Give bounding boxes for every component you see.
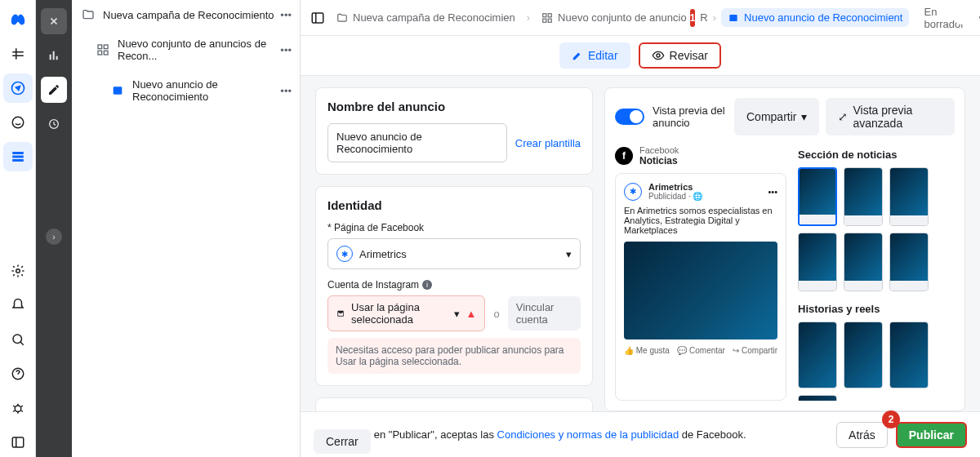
section-title: Nombre del anuncio (327, 100, 581, 113)
fb-page-select[interactable]: ✱Arimetrics ▾ (327, 238, 581, 269)
svg-rect-14 (104, 51, 108, 55)
nav-panel[interactable] (3, 428, 33, 457)
svg-rect-4 (12, 159, 24, 162)
placement-thumb[interactable] (844, 233, 883, 291)
nav-compass[interactable] (3, 73, 33, 103)
tree-row-adset[interactable]: Nuevo conjunto de anuncios de Recon... •… (72, 29, 300, 70)
warning-icon: ▲ (466, 308, 477, 320)
brand-icon: ✱ (336, 246, 353, 262)
preview-toggle[interactable] (615, 109, 644, 125)
svg-rect-11 (98, 45, 102, 49)
svg-rect-16 (312, 13, 323, 23)
svg-rect-20 (548, 19, 551, 22)
svg-rect-12 (104, 45, 108, 49)
section-stories-title: Historias y reels (798, 303, 955, 315)
section-title: Identidad (327, 198, 581, 212)
section-feed-title: Sección de noticias (798, 149, 955, 161)
tree-label: Nuevo conjunto de anuncios de Recon... (118, 38, 292, 62)
back-button[interactable]: Atrás (836, 422, 888, 448)
or-label: o (493, 308, 499, 320)
svg-rect-9 (12, 437, 24, 447)
nav-audiences[interactable] (3, 108, 33, 137)
nav-table[interactable] (3, 142, 33, 171)
nav-bug[interactable] (3, 393, 33, 423)
callout-marker-2: 2 (882, 410, 900, 428)
svg-rect-13 (98, 51, 102, 55)
svg-point-6 (13, 335, 22, 344)
identity-card: Identidad * Página de Facebook ✱Arimetri… (315, 186, 593, 386)
close-button[interactable]: Cerrar (314, 429, 371, 454)
like-action[interactable]: 👍 Me gusta (624, 346, 670, 355)
svg-rect-18 (548, 13, 551, 16)
row-menu-icon[interactable]: ••• (280, 85, 292, 97)
revise-button[interactable]: Revisar (639, 42, 721, 69)
ig-link-account-button[interactable]: Vincular cuenta (508, 296, 581, 331)
row-menu-icon[interactable]: ••• (280, 44, 292, 56)
ad-preview-feed: ✱ Arimetrics Publicidad · 🌐 ••• En Arime… (615, 173, 786, 401)
nav-help[interactable] (3, 359, 33, 388)
share-button[interactable]: Compartir ▾ (734, 98, 819, 135)
crumb-campaign[interactable]: Nueva campaña de Reconocimien (330, 8, 522, 27)
edit-button[interactable]: Editar (559, 42, 630, 69)
svg-point-1 (12, 117, 24, 128)
meta-logo[interactable] (3, 5, 33, 34)
placement-sections: Sección de noticias Historias y reels (798, 145, 955, 401)
crumb-adset[interactable]: Nuevo conjunto de anuncio (535, 8, 693, 27)
adset-icon (96, 43, 109, 56)
nav-search[interactable] (3, 325, 33, 354)
placement-thumb[interactable] (889, 233, 929, 291)
placement-thumb[interactable] (798, 395, 837, 401)
edit-toolbar: Editar Revisar (301, 36, 980, 76)
panel-toggle-icon[interactable] (310, 11, 325, 25)
chevron-right-icon: › (527, 11, 530, 24)
ad-config-card: Configuración del anuncio Crear anuncio … (315, 397, 593, 411)
tree-row-ad[interactable]: Nuevo anuncio de Reconocimiento ••• (72, 70, 300, 111)
tree-row-campaign[interactable]: Nueva campaña de Reconocimiento ••• (72, 0, 300, 29)
close-editor-tab[interactable] (41, 8, 67, 34)
workspace: Nombre del anuncio Nuevo anuncio de Reco… (301, 76, 980, 411)
nav-overview[interactable] (3, 39, 33, 69)
main-column: Nueva campaña de Reconocimien › Nuevo co… (301, 0, 980, 457)
ig-warning-note: Necesitas acceso para poder publicar anu… (327, 338, 581, 374)
ad-name-input[interactable]: Nuevo anuncio de Reconocimiento (327, 123, 507, 162)
placement-thumb[interactable] (844, 322, 883, 388)
breadcrumb-bar: Nueva campaña de Reconocimien › Nuevo co… (301, 0, 980, 36)
nav-settings[interactable] (3, 256, 33, 286)
placement-thumb[interactable] (798, 167, 837, 226)
nav-notifications[interactable] (3, 291, 33, 320)
ig-use-page-button[interactable]: Usar la página seleccionada ▾ ▲ (327, 295, 485, 331)
tab-edit[interactable] (41, 77, 67, 103)
publish-button[interactable]: Publicar (896, 422, 967, 448)
tab-history[interactable] (41, 111, 67, 137)
placement-thumb[interactable] (889, 322, 929, 388)
svg-rect-21 (729, 14, 737, 20)
create-template-link[interactable]: Crear plantilla (515, 137, 581, 149)
row-menu-icon[interactable]: ••• (280, 9, 292, 21)
ad-name-card: Nombre del anuncio Nuevo anuncio de Reco… (315, 87, 593, 175)
placement-thumb[interactable] (844, 167, 883, 226)
campaign-tree: Nueva campaña de Reconocimiento ••• Nuev… (72, 0, 301, 457)
more-menu-icon[interactable]: ••• (974, 11, 980, 24)
advanced-preview-button[interactable]: ⤢ Vista previa avanzada (826, 98, 955, 135)
svg-rect-19 (543, 19, 546, 22)
svg-rect-17 (543, 13, 546, 16)
global-nav-rail (0, 0, 36, 457)
expand-rail-icon[interactable]: › (46, 228, 62, 245)
ad-menu-icon[interactable]: ••• (768, 187, 777, 197)
terms-link[interactable]: Condiciones y normas de la publicidad (497, 428, 679, 441)
crumb-ad[interactable]: Nuevo anuncio de Reconocimient (721, 8, 909, 27)
comment-action[interactable]: 💬 Comentar (677, 346, 725, 355)
svg-point-22 (657, 54, 660, 57)
share-action[interactable]: ↪ Compartir (733, 346, 777, 355)
placement-thumb[interactable] (889, 167, 929, 226)
preview-source: f Facebook Noticias (615, 145, 786, 166)
svg-rect-15 (114, 87, 122, 94)
info-icon[interactable]: i (422, 280, 432, 290)
footer-text: Al hacer clic en "Publicar", aceptas las… (314, 428, 746, 441)
placement-thumb[interactable] (798, 233, 837, 291)
ad-text: En Arimetrics somos especialistas en Ana… (624, 206, 777, 235)
placement-thumb[interactable] (798, 322, 837, 388)
tab-chart[interactable] (41, 42, 67, 69)
fb-page-label: * Página de Facebook (327, 222, 581, 233)
preview-title: Vista previa del anuncio (653, 104, 726, 129)
